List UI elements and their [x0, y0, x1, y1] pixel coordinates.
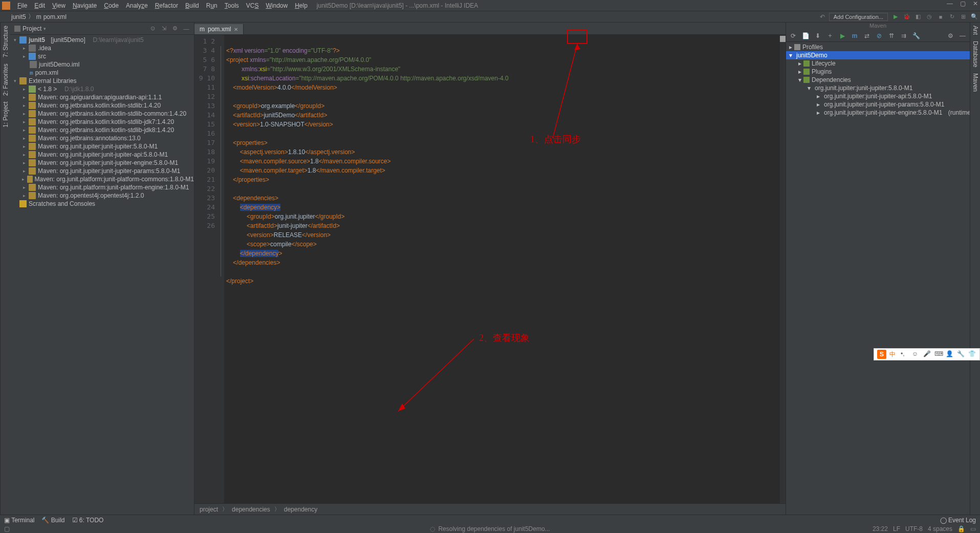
project-root[interactable]: junit5	[29, 36, 45, 44]
status-pos[interactable]: 23:22	[873, 525, 888, 532]
hide-panel-icon[interactable]: —	[183, 25, 190, 32]
select-opened-file-icon[interactable]: ⊙	[149, 25, 156, 32]
menu-view[interactable]: View	[49, 1, 69, 10]
tree-lib[interactable]: Maven: org.jetbrains.kotlin:kotlin-stdli…	[38, 118, 174, 125]
maven-skip-tests-icon[interactable]: ⊘	[875, 32, 883, 40]
maven-deps[interactable]: Dependencies	[812, 76, 851, 83]
tree-lib[interactable]: Maven: org.jetbrains.kotlin:kotlin-stdli…	[38, 110, 186, 117]
maven-project-row[interactable]: ▾junit5Demo	[786, 51, 970, 59]
menu-refactor[interactable]: Refactor	[152, 1, 181, 10]
tab-close-icon[interactable]: ✕	[234, 27, 238, 32]
tree-lib[interactable]: Maven: org.jetbrains:annotations:13.0	[38, 135, 141, 142]
maven-lifecycle[interactable]: Lifecycle	[812, 60, 836, 67]
maven-dep[interactable]: org.junit.jupiter:junit-jupiter-params:5…	[824, 101, 944, 108]
status-enc[interactable]: UTF-8	[905, 525, 923, 532]
tree-lib[interactable]: Maven: org.junit.jupiter:junit-jupiter-p…	[38, 167, 180, 175]
maven-plugins[interactable]: Plugins	[812, 68, 832, 75]
tree-lib[interactable]: Maven: org.opentest4j:opentest4j:1.2.0	[38, 192, 144, 199]
maven-dep[interactable]: org.junit.jupiter:junit-jupiter-api:5.8.…	[824, 93, 932, 100]
tree-pom[interactable]: pom.xml	[35, 69, 58, 76]
close-icon[interactable]: ✕	[973, 0, 978, 7]
project-dropdown-icon[interactable]: ▾	[43, 26, 46, 31]
tree-lib[interactable]: Maven: org.junit.platform:junit-platform…	[38, 184, 189, 191]
tool-todo-tab[interactable]: ☑ 6: TODO	[72, 517, 104, 524]
tool-eventlog-tab[interactable]: ◯ Event Log	[940, 517, 976, 524]
status-heap-icon[interactable]: ▭	[970, 525, 976, 532]
tree-lib[interactable]: Maven: org.jetbrains.kotlin:kotlin-stdli…	[38, 102, 161, 109]
stop-icon[interactable]: ■	[937, 13, 944, 20]
tree-lib[interactable]: Maven: org.apiguardian:apiguardian-api:1…	[38, 94, 162, 101]
project-tree[interactable]: ▾junit5 [junit5Demo] D:\learn\java\junit…	[10, 35, 194, 515]
maven-reload-icon[interactable]: ⟳	[789, 32, 797, 40]
code-editor[interactable]: <?xml version="1.0" encoding="UTF-8"?> <…	[224, 35, 779, 503]
error-stripe[interactable]	[779, 35, 786, 503]
profile-icon[interactable]: ◷	[926, 13, 933, 20]
tree-lib[interactable]: Maven: org.junit.platform:junit-platform…	[35, 176, 194, 183]
menu-file[interactable]: File	[14, 1, 30, 10]
maven-tree[interactable]: ▸Profiles ▾junit5Demo ▸Lifecycle ▸Plugin…	[786, 42, 970, 515]
tree-lib[interactable]: Maven: org.jetbrains.kotlin:kotlin-stdli…	[38, 126, 174, 134]
maven-download-icon[interactable]: ⬇	[814, 32, 822, 40]
eye-icon[interactable]	[780, 36, 786, 42]
menu-edit[interactable]: Edit	[31, 1, 48, 10]
project-structure-icon[interactable]: ⊞	[960, 13, 967, 20]
tree-jdk[interactable]: < 1.8 >	[38, 86, 57, 93]
tool-maven-tab[interactable]: Maven	[972, 73, 979, 92]
maven-generate-icon[interactable]: 📄	[801, 32, 810, 40]
tool-structure-tab[interactable]: 7: Structure	[2, 26, 9, 57]
menu-vcs[interactable]: VCS	[243, 1, 262, 10]
maven-gear-icon[interactable]: ⚙	[946, 32, 954, 40]
status-lock-icon[interactable]: 🔒	[957, 525, 965, 532]
menu-navigate[interactable]: Navigate	[70, 1, 100, 10]
breadcrumb[interactable]: junit5 〉 m pom.xml	[3, 12, 67, 21]
tool-terminal-tab[interactable]: ▣ Terminal	[4, 517, 34, 524]
status-quickaccess-icon[interactable]: ▢	[4, 525, 10, 532]
ime-lang-icon[interactable]: 中	[889, 350, 898, 358]
crumb-file[interactable]: pom.xml	[43, 13, 67, 20]
ime-user-icon[interactable]: 👤	[946, 350, 954, 358]
maven-dep[interactable]: org.junit.jupiter:junit-jupiter:5.8.0-M1	[815, 84, 912, 92]
ime-logo-icon[interactable]: S	[877, 350, 886, 359]
tree-lib[interactable]: Maven: org.junit.jupiter:junit-jupiter:5…	[38, 143, 158, 150]
menu-analyze[interactable]: Analyze	[123, 1, 151, 10]
tool-build-tab[interactable]: 🔨 Build	[41, 517, 64, 524]
tool-project-tab[interactable]: 1: Project	[2, 102, 9, 128]
ime-skin-icon[interactable]: 👕	[968, 350, 976, 358]
tree-lib[interactable]: Maven: org.junit.jupiter:junit-jupiter-e…	[38, 159, 178, 166]
crumb-dep[interactable]: dependency	[284, 506, 317, 513]
tree-ext-libs[interactable]: External Libraries	[29, 77, 76, 84]
nav-prev-icon[interactable]: ↶	[820, 13, 825, 20]
menu-build[interactable]: Build	[182, 1, 202, 10]
debug-icon[interactable]: 🐞	[903, 13, 910, 20]
tool-ant-tab[interactable]: Ant	[972, 26, 979, 35]
add-configuration-button[interactable]: Add Configuration...	[829, 13, 888, 21]
update-icon[interactable]: ↻	[948, 13, 955, 20]
menu-help[interactable]: Help	[292, 1, 311, 10]
tree-lib[interactable]: Maven: org.junit.jupiter:junit-jupiter-a…	[38, 151, 168, 158]
menu-window[interactable]: Window	[263, 1, 291, 10]
tree-scratches[interactable]: Scratches and Consoles	[29, 200, 95, 207]
maven-add-icon[interactable]: ＋	[826, 32, 834, 40]
maven-wrench-icon[interactable]: 🔧	[912, 32, 920, 40]
maven-run-icon[interactable]: ▶	[838, 32, 846, 40]
maven-dep[interactable]: org.junit.jupiter:junit-jupiter-engine:5…	[824, 109, 942, 116]
status-indent[interactable]: 4 spaces	[928, 525, 952, 532]
crumb-root[interactable]: junit5	[11, 13, 26, 20]
menu-run[interactable]: Run	[203, 1, 221, 10]
tree-src[interactable]: src	[38, 53, 46, 60]
maven-hide-icon[interactable]: —	[959, 32, 967, 40]
maven-toggle-icon[interactable]: ⇄	[863, 32, 871, 40]
search-icon[interactable]: 🔍	[971, 13, 978, 20]
tool-favorites-tab[interactable]: 2: Favorites	[2, 63, 9, 96]
maven-profiles[interactable]: Profiles	[802, 44, 823, 51]
maximize-icon[interactable]: ▢	[960, 0, 966, 7]
coverage-icon[interactable]: ◧	[914, 13, 922, 20]
crumb-deps[interactable]: dependencies	[232, 506, 270, 513]
tree-idea[interactable]: .idea	[38, 45, 51, 52]
tool-database-tab[interactable]: Database	[972, 41, 979, 67]
ime-punct-icon[interactable]: •,	[901, 350, 909, 358]
ime-voice-icon[interactable]: 🎤	[923, 350, 931, 358]
expand-all-icon[interactable]: ⇲	[160, 25, 167, 32]
run-icon[interactable]: ▶	[892, 13, 899, 20]
maven-collapse-icon[interactable]: ⇈	[887, 32, 896, 40]
